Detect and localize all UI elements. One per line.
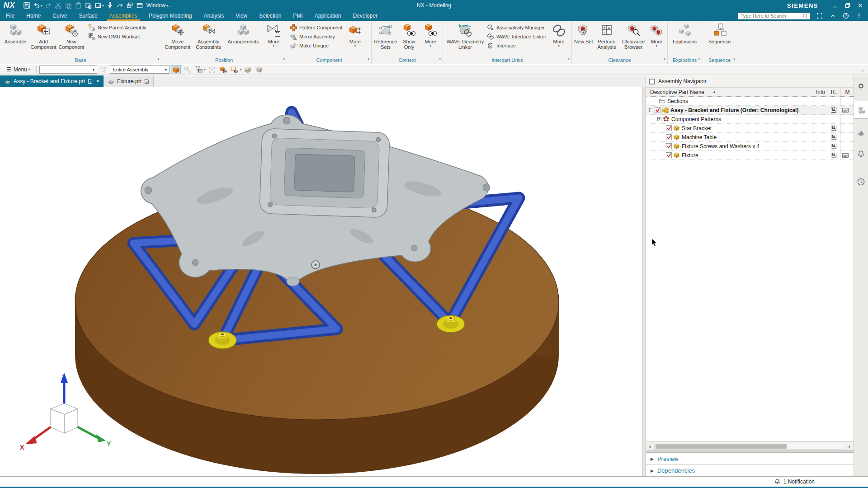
cut-button[interactable] — [53, 1, 63, 10]
tab-surface[interactable]: Surface — [73, 11, 103, 21]
assembly-constraints-button[interactable]: Assembly Constraints — [192, 22, 224, 50]
associativity-manager-button[interactable]: Associativity Manager — [487, 23, 546, 32]
notifications-tab[interactable] — [854, 146, 868, 161]
redo-button[interactable] — [43, 1, 53, 10]
explosions-button[interactable]: Explosions — [670, 22, 700, 44]
interpart-more-button[interactable]: More ▾ — [548, 22, 570, 47]
cascade-windows-button[interactable] — [125, 1, 135, 10]
selection-target-button[interactable] — [83, 1, 93, 10]
close-tab-icon[interactable]: × — [96, 78, 99, 84]
tree-row-fixture-screws[interactable]: Fixture Screws and Washers x 4 — [646, 142, 854, 151]
checkbox-checked-icon[interactable] — [666, 134, 672, 140]
snapshot-button[interactable] — [93, 1, 103, 10]
tab-analysis[interactable]: Analysis — [198, 11, 230, 21]
dependencies-panel-header[interactable]: ▶ Dependencies — [646, 465, 854, 476]
fullscreen-icon[interactable] — [816, 12, 823, 19]
tab-view[interactable]: View — [230, 11, 253, 21]
tree-row-star-bracket[interactable]: Star Bracket — [646, 124, 854, 133]
expand-expander[interactable]: + — [657, 117, 661, 121]
touch-mode-button[interactable] — [115, 1, 125, 10]
paste-button[interactable] — [73, 1, 83, 10]
copy-button[interactable] — [63, 1, 73, 10]
doc-tab-fixture[interactable]: Fixture.prt — [104, 75, 154, 87]
new-component-button[interactable]: New Component — [57, 22, 85, 50]
select-component-toggle[interactable] — [171, 65, 181, 74]
tree-row-machine-table[interactable]: Machine Table — [646, 133, 854, 142]
3d-viewport[interactable]: Z X Y — [0, 87, 642, 476]
doc-tab-assy[interactable]: Assy - Bracket and Fixture.prt × — [0, 75, 104, 87]
menu-button[interactable]: ☰ Menu ▾ — [3, 65, 33, 74]
microphone-button[interactable] — [105, 1, 115, 10]
constraint-navigator-tab[interactable] — [854, 125, 868, 141]
group-options-arrow[interactable]: ▾ — [368, 57, 369, 61]
checkbox-checked-icon[interactable] — [655, 107, 660, 113]
context-more-button[interactable]: More ▾ — [420, 22, 441, 47]
sequence-button[interactable]: Sequence — [705, 22, 735, 44]
dropdown-arrow-icon[interactable]: ▾ — [240, 68, 242, 71]
move-component-button[interactable]: Move Component — [163, 22, 192, 50]
toolbar-overflow-chevron[interactable]: ⌄ — [861, 67, 864, 72]
window-layout-button[interactable] — [135, 1, 145, 10]
show-only-button[interactable]: Show Only — [398, 22, 420, 50]
scope-combo[interactable]: Entire Assembly ▾ — [110, 66, 170, 74]
selection-filter-icon[interactable] — [99, 65, 108, 74]
add-component-button[interactable]: Add Component — [29, 22, 57, 50]
wireframe-component-icon[interactable] — [254, 65, 264, 74]
tree-row-sections[interactable]: Sections — [646, 97, 854, 106]
assembly-navigator-tab[interactable] — [854, 101, 868, 119]
panel-splitter[interactable] — [642, 87, 646, 476]
clearance-more-button[interactable]: More ▾ — [647, 22, 666, 47]
scroll-left-arrow[interactable]: ‹ — [646, 443, 654, 450]
group-options-arrow[interactable]: ▾ — [733, 57, 735, 61]
undo-button[interactable] — [32, 1, 42, 10]
assemble-button[interactable]: Assemble — [1, 22, 29, 44]
command-finder-icon[interactable]: ! — [855, 12, 863, 19]
minimize-ribbon-icon[interactable] — [829, 12, 836, 19]
restore-button[interactable] — [844, 2, 851, 9]
dropdown-arrow-icon[interactable]: ▾ — [204, 68, 206, 71]
panel-checkbox-icon[interactable] — [649, 79, 655, 84]
selection-filter-combo[interactable]: ▾ — [39, 66, 97, 74]
tree-row-component-patterns[interactable]: + Component Patterns — [646, 115, 854, 124]
pattern-component-button[interactable]: Pattern Component — [290, 23, 342, 32]
hide-component-icon[interactable] — [243, 65, 253, 74]
tab-developer[interactable]: Developer — [347, 11, 383, 21]
minimize-button[interactable] — [832, 2, 838, 9]
column-readonly[interactable]: R.. — [828, 88, 840, 96]
notification-button[interactable]: 1 Notification — [774, 478, 815, 485]
navigator-horizontal-scrollbar[interactable]: ‹ › — [646, 441, 854, 450]
tab-pmi[interactable]: PMI — [287, 11, 308, 21]
close-button[interactable] — [857, 2, 863, 9]
group-options-arrow[interactable]: ▾ — [439, 57, 441, 61]
undo-dropdown-arrow[interactable]: ▾ — [41, 4, 42, 8]
component-more-button[interactable]: More ▾ — [344, 22, 366, 47]
toolbar-overflow-chevron[interactable]: ⌄ — [168, 4, 171, 8]
new-parent-assembly-button[interactable]: New Parent Assembly — [88, 23, 146, 32]
snapshot-dropdown-arrow[interactable]: ▾ — [102, 4, 104, 8]
group-options-arrow[interactable]: ▾ — [664, 57, 665, 61]
interface-button[interactable]: Interface — [487, 42, 546, 50]
wave-geometry-linker-button[interactable]: WAVE Geometry Linker — [444, 22, 486, 50]
column-modified[interactable]: M — [840, 88, 854, 96]
tab-file[interactable]: File — [0, 11, 20, 21]
checkbox-checked-icon[interactable] — [666, 143, 672, 149]
scrollbar-thumb[interactable] — [656, 444, 787, 449]
snap-link-icon[interactable] — [182, 65, 192, 74]
tab-home[interactable]: Home — [20, 11, 47, 21]
column-info[interactable]: Info — [813, 88, 828, 96]
region-snap-icon[interactable] — [230, 65, 240, 74]
tab-curve[interactable]: Curve — [47, 11, 73, 21]
tab-application[interactable]: Application — [309, 11, 347, 21]
tab-polygon-modeling[interactable]: Polygon Modeling — [143, 11, 198, 21]
window-menu[interactable]: Window ▾ — [146, 2, 170, 9]
wave-interface-linker-button[interactable]: WAVE Interface Linker — [487, 33, 546, 41]
history-tab[interactable] — [854, 174, 868, 189]
search-input[interactable] — [741, 13, 802, 19]
checkbox-checked-icon[interactable] — [666, 152, 672, 158]
new-dmu-workset-button[interactable]: New DMU Workset — [88, 33, 146, 41]
point-snap-icon[interactable] — [218, 65, 228, 74]
save-button[interactable] — [22, 1, 32, 10]
command-search[interactable] — [738, 12, 810, 20]
tree-row-assy-root[interactable]: − Assy - Bracket and Fixture (Order: Chr… — [646, 106, 854, 115]
column-descriptive-part-name[interactable]: Descriptive Part Name ▲ — [646, 89, 813, 95]
